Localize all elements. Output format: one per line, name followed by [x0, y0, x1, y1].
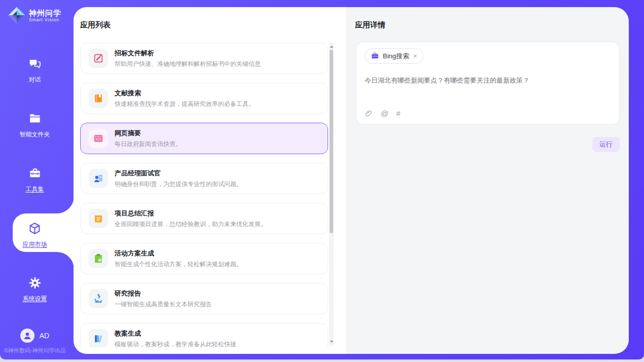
- prompt-text[interactable]: 今日湖北有哪些新闻要点？有哪些需要关注的最新政策？: [365, 76, 611, 85]
- app-card-title: 招标文件解析: [115, 49, 261, 58]
- app-detail-title: 应用详情: [355, 20, 385, 30]
- user-initials: AD: [40, 332, 49, 340]
- sidebar-item-chat[interactable]: 对话: [0, 57, 69, 84]
- app-card-bid-analysis[interactable]: 招标文件解析帮助用户快速、准确地理解和解析招标书中的关键信息: [80, 43, 328, 74]
- sidebar-item-toolset[interactable]: 工具集: [0, 167, 69, 194]
- at-icon[interactable]: @: [381, 110, 388, 118]
- app-card-texts: 活动方案生成智能生成个性化活动方案，轻松解决规划难题。: [115, 249, 242, 269]
- app-icon-tile: [89, 49, 108, 68]
- gear-icon: [28, 276, 42, 289]
- app-icon-tile: </>: [89, 129, 108, 148]
- app-card-title: 教案生成: [115, 329, 236, 338]
- svg-text:</>: </>: [95, 137, 101, 140]
- tool-chip-label: Bing搜索: [383, 52, 409, 61]
- app-card-description: 模板驱动，教案秒成，教学准备从此轻松快捷: [115, 340, 236, 348]
- diamond-logo-icon: [8, 7, 25, 24]
- hash-icon[interactable]: #: [396, 110, 400, 118]
- sidebar-item-label: 工具集: [0, 185, 69, 194]
- app-icon-tile: [89, 289, 108, 308]
- app-card-web-summary[interactable]: </>网页摘要每日政府新闻资讯快查。: [80, 123, 328, 154]
- app-card-texts: 项目总结汇报全面回顾项目进展，总结经验教训，助力未来优化发展。: [115, 209, 267, 229]
- app-card-project-summary[interactable]: 项目总结汇报全面回顾项目进展，总结经验教训，助力未来优化发展。: [80, 203, 328, 234]
- copyright-text: ©神州数码·神州问学出品: [4, 347, 66, 354]
- app-card-description: 帮助用户快速、准确地理解和解析招标书中的关键信息: [115, 60, 261, 68]
- brand-tagline: Smart Vision: [29, 17, 61, 22]
- app-card-title: 产品经理面试官: [115, 169, 242, 178]
- app-card-description: 一键智能生成高质量长文本研究报告: [115, 300, 212, 309]
- sidebar-item-label: 应用市场: [0, 240, 69, 249]
- sidebar-item-app-market[interactable]: 应用市场: [0, 222, 69, 249]
- sidebar-item-settings[interactable]: 系统设置: [0, 276, 69, 303]
- paperclip-icon[interactable]: [365, 109, 373, 118]
- sidebar-item-smart-folder[interactable]: 智能文件夹: [0, 112, 69, 139]
- chat-bubbles-icon: [28, 57, 42, 70]
- app-card-title: 活动方案生成: [115, 249, 242, 258]
- app-list-scrollbar[interactable]: [329, 43, 334, 346]
- app-card-lesson-plan[interactable]: 教案生成模板驱动，教案秒成，教学准备从此轻松快捷: [80, 323, 328, 347]
- app-card-title: 项目总结汇报: [115, 209, 267, 218]
- scrollbar-thumb[interactable]: [330, 50, 333, 233]
- app-card-description: 每日政府新闻资讯快查。: [115, 140, 182, 149]
- app-icon-tile: [89, 249, 108, 268]
- person-icon: [22, 330, 33, 341]
- scrollbar-up-icon[interactable]: [329, 44, 334, 50]
- app-card-title: 文献搜索: [115, 89, 255, 98]
- avatar[interactable]: [20, 329, 34, 343]
- active-tab-curve-top: [54, 193, 74, 213]
- app-card-description: 明确身份和职责，为您提供专业性的面试问题。: [115, 180, 242, 189]
- brand-name: 神州问学: [29, 9, 61, 17]
- app-icon-tile: [89, 209, 108, 228]
- scrollbar-down-icon[interactable]: [329, 339, 334, 345]
- app-icon-tile: [89, 329, 108, 347]
- app-window: 神州问学 Smart Vision 对话智能文件夹工具集应用市场系统设置 AD …: [0, 0, 644, 359]
- app-card-pm-interviewer[interactable]: 产品经理面试官明确身份和职责，为您提供专业性的面试问题。: [80, 163, 328, 194]
- app-icon-tile: [89, 169, 108, 188]
- app-icon-tile: [89, 89, 108, 108]
- app-card-description: 快速精准查找学术资源，提高研究效率的必备工具。: [115, 100, 255, 108]
- tool-chip-bing-search[interactable]: Bing搜索 ×: [365, 48, 423, 64]
- sidebar-item-label: 智能文件夹: [0, 130, 69, 139]
- app-card-texts: 研究报告一键智能生成高质量长文本研究报告: [115, 289, 212, 309]
- app-card-texts: 教案生成模板驱动，教案秒成，教学准备从此轻松快捷: [115, 329, 236, 348]
- prompt-toolbar: @ #: [365, 109, 401, 118]
- app-card-title: 研究报告: [115, 289, 212, 298]
- app-card-title: 网页摘要: [115, 129, 182, 138]
- brand-logo: 神州问学 Smart Vision: [0, 7, 69, 24]
- app-card-list: 招标文件解析帮助用户快速、准确地理解和解析招标书中的关键信息文献搜索快速精准查找…: [80, 43, 328, 347]
- prompt-card: Bing搜索 × 今日湖北有哪些新闻要点？有哪些需要关注的最新政策？ @ #: [356, 42, 620, 125]
- sidebar-item-label: 对话: [0, 76, 69, 84]
- user-account[interactable]: AD: [0, 329, 69, 343]
- cube-icon: [28, 222, 42, 235]
- app-card-literature-search[interactable]: 文献搜索快速精准查找学术资源，提高研究效率的必备工具。: [80, 83, 328, 114]
- app-detail-panel: 应用详情 Bing搜索 × 今日湖北有哪些新闻要点？有哪些需要关注的最新政策？: [346, 7, 629, 354]
- sidebar-item-label: 系统设置: [0, 295, 69, 303]
- app-card-texts: 产品经理面试官明确身份和职责，为您提供专业性的面试问题。: [115, 169, 242, 189]
- app-card-texts: 文献搜索快速精准查找学术资源，提高研究效率的必备工具。: [115, 89, 255, 108]
- app-list-title: 应用列表: [80, 20, 111, 30]
- app-card-description: 智能生成个性化活动方案，轻松解决规划难题。: [115, 260, 242, 269]
- app-card-research-report[interactable]: 研究报告一键智能生成高质量长文本研究报告: [80, 283, 328, 314]
- app-card-texts: 网页摘要每日政府新闻资讯快查。: [115, 129, 182, 149]
- app-card-event-plan[interactable]: 活动方案生成智能生成个性化活动方案，轻松解决规划难题。: [80, 243, 328, 274]
- folder-icon: [28, 112, 42, 125]
- active-tab-curve-bottom: [54, 252, 74, 272]
- app-card-texts: 招标文件解析帮助用户快速、准确地理解和解析招标书中的关键信息: [115, 49, 261, 68]
- briefcase-icon: [371, 52, 379, 60]
- app-card-description: 全面回顾项目进展，总结经验教训，助力未来优化发展。: [115, 220, 267, 229]
- toolbox-icon: [28, 167, 42, 180]
- run-button[interactable]: 运行: [592, 137, 620, 152]
- close-icon[interactable]: ×: [413, 52, 417, 60]
- app-list-panel: 应用列表 招标文件解析帮助用户快速、准确地理解和解析招标书中的关键信息文献搜索快…: [74, 7, 346, 354]
